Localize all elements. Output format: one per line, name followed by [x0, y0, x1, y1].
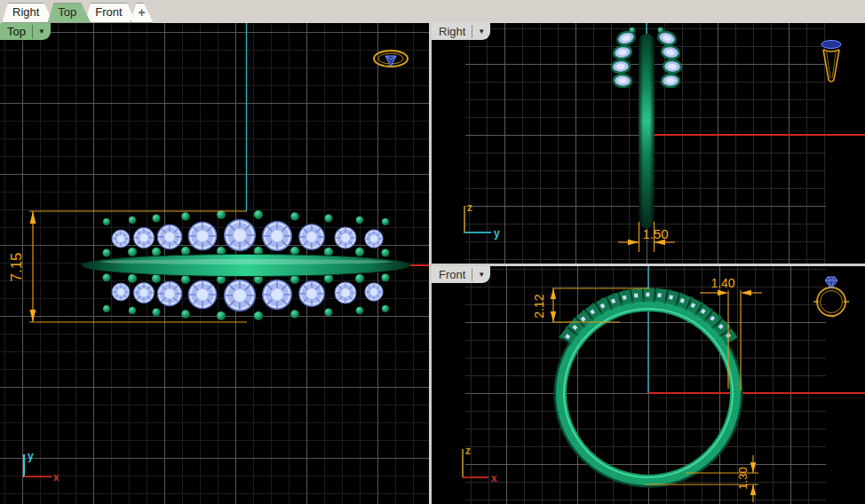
axis-indicator-top: y x: [24, 450, 60, 484]
axis-label-y: y: [494, 227, 500, 240]
ring-model-top-view[interactable]: [82, 210, 410, 320]
tab-top[interactable]: Top: [47, 3, 91, 23]
plus-icon: +: [139, 5, 146, 20]
viewport-right[interactable]: 1.50 z y Right: [432, 23, 865, 264]
axis-label-z: z: [467, 201, 472, 214]
diamond-icon: [821, 41, 841, 49]
viewport-front[interactable]: 2.12 1.40: [432, 266, 865, 504]
tab-top-label: Top: [58, 5, 76, 19]
band-edge-shading: [639, 34, 655, 228]
divider: [32, 25, 33, 38]
viewport-title-label: Top: [7, 25, 26, 38]
viewport-tabbar: Right Top Front +: [0, 0, 865, 23]
chevron-down-icon[interactable]: ▼: [475, 28, 488, 35]
dimension-label: 1.40: [710, 276, 734, 290]
axis-label-z: z: [465, 445, 471, 457]
band-highlight: [99, 259, 393, 264]
gem-row-bottom: [112, 280, 383, 311]
side-stones-left: [612, 28, 637, 88]
viewport-title-label: Right: [439, 25, 465, 38]
dimension-label: 1.30: [736, 467, 750, 489]
ring-model-right-view[interactable]: [612, 28, 682, 228]
tab-front[interactable]: Front: [84, 3, 136, 23]
dimension-label: 2.12: [532, 294, 546, 318]
axis-indicator-front: z x: [463, 445, 497, 484]
diamond-icon: [385, 56, 396, 67]
diamond-icon: [825, 277, 837, 288]
viewport-top[interactable]: 7.15 y x Top: [0, 23, 429, 504]
axis-label-x: x: [53, 471, 60, 484]
ring-shank-band: [82, 255, 410, 277]
viewport-workspace: 7.15 y x Top: [0, 23, 865, 504]
chevron-down-icon[interactable]: ▼: [475, 271, 488, 279]
dimension-band-width: 1.50: [618, 222, 675, 252]
ring-orientation-icon-front: [813, 277, 849, 317]
viewport-title-top[interactable]: Top ▼: [0, 23, 51, 40]
viewport-title-front[interactable]: Front ▼: [432, 266, 490, 283]
tab-right[interactable]: Right: [2, 3, 53, 23]
axis-label-y: y: [28, 450, 34, 462]
chevron-down-icon[interactable]: ▼: [36, 28, 48, 35]
divider: [472, 268, 472, 281]
gem-row-top: [112, 220, 383, 251]
new-viewport-tab[interactable]: +: [131, 3, 154, 23]
axis-indicator-right: z y: [464, 201, 500, 240]
cad-window: Right Top Front +: [0, 0, 865, 504]
divider: [472, 25, 472, 38]
viewport-title-label: Front: [439, 268, 465, 281]
dimension-label: 1.50: [642, 226, 668, 241]
ring-orientation-icon-top: [374, 51, 408, 67]
dimension-label: 7.15: [8, 252, 25, 281]
ring-orientation-icon-right: [821, 41, 841, 83]
axis-label-x: x: [491, 472, 497, 484]
tab-front-label: Front: [95, 5, 122, 19]
side-stones-right: [656, 28, 681, 88]
tab-right-label: Right: [12, 5, 39, 19]
viewport-title-right[interactable]: Right ▼: [432, 23, 490, 40]
